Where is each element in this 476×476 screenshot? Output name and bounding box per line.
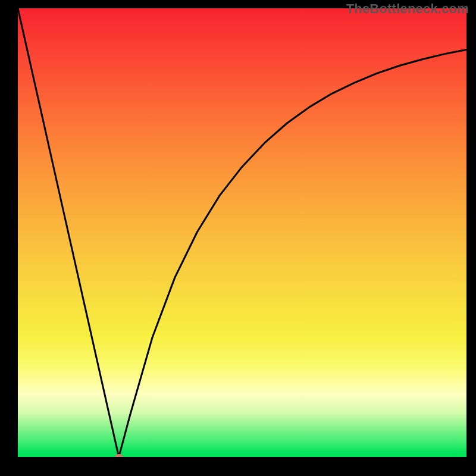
chart-container: TheBottleneck.com bbox=[0, 0, 476, 476]
watermark-text: TheBottleneck.com bbox=[346, 1, 469, 17]
plot-area bbox=[18, 8, 466, 457]
optimal-point-marker bbox=[115, 454, 123, 457]
bottleneck-curve bbox=[18, 8, 466, 457]
